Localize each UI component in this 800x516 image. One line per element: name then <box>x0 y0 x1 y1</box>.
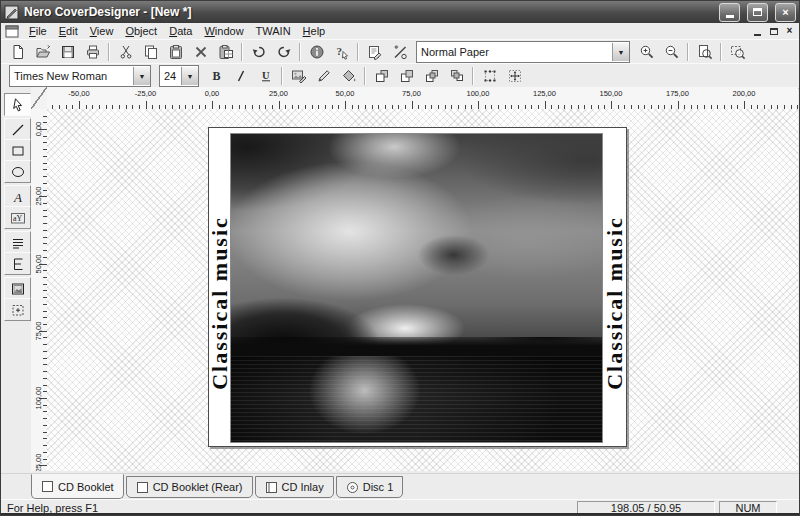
send-to-back-button[interactable] <box>394 64 419 88</box>
font-family-value: Times New Roman <box>10 70 133 82</box>
mdi-restore-button[interactable] <box>766 25 781 38</box>
tool-field[interactable] <box>4 252 31 275</box>
menu-view[interactable]: View <box>84 24 120 38</box>
bring-to-front-icon <box>374 68 390 84</box>
bring-forward-button[interactable] <box>419 64 444 88</box>
info-button[interactable] <box>304 40 329 64</box>
zoom-in-button[interactable] <box>634 40 659 64</box>
tab-disc-1[interactable]: Disc 1 <box>336 476 404 498</box>
app-icon[interactable] <box>4 5 19 20</box>
zoom-out-button[interactable] <box>659 40 684 64</box>
status-help-text: For Help, press F1 <box>1 502 577 514</box>
paste-button[interactable] <box>163 40 188 64</box>
context-help-button[interactable]: ? <box>329 40 354 64</box>
menu-help[interactable]: Help <box>297 24 332 38</box>
tool-artistic-text[interactable]: A <box>4 185 31 208</box>
menu-file[interactable]: File <box>23 24 53 38</box>
zoom-page-button[interactable] <box>692 40 717 64</box>
document-icon[interactable] <box>5 25 19 38</box>
cover-text-left[interactable]: Classical music <box>207 216 233 390</box>
selection-handles-button[interactable] <box>477 64 502 88</box>
tools-button[interactable] <box>387 40 412 64</box>
ruler-label: 50,00 <box>336 89 355 98</box>
tool-ellipse[interactable] <box>4 160 31 183</box>
tool-template[interactable] <box>4 298 31 321</box>
cover-page[interactable]: Classical music Classical music <box>208 127 627 447</box>
new-button[interactable] <box>5 40 30 64</box>
italic-button[interactable] <box>228 64 253 88</box>
ruler-label: 75,00 <box>402 89 421 98</box>
menu-data[interactable]: Data <box>163 24 198 38</box>
new-icon <box>10 44 26 60</box>
artistic-text-icon: A <box>10 189 26 205</box>
open-button[interactable] <box>30 40 55 64</box>
tool-select[interactable] <box>4 93 31 116</box>
fill-button[interactable] <box>336 64 361 88</box>
svg-text:aY: aY <box>13 214 23 223</box>
bold-button[interactable]: B <box>203 64 228 88</box>
menu-window[interactable]: Window <box>198 24 249 38</box>
paste-special-icon <box>218 44 234 60</box>
minimize-button[interactable] <box>719 3 740 22</box>
booklet-icon <box>41 480 54 493</box>
menu-edit[interactable]: Edit <box>53 24 84 38</box>
menu-twain[interactable]: TWAIN <box>250 24 297 38</box>
tool-rectangle[interactable] <box>4 139 31 162</box>
zoom-selection-button[interactable] <box>725 40 750 64</box>
ruler-label: 75,00 <box>34 321 43 340</box>
menu-object[interactable]: Object <box>119 24 163 38</box>
chevron-down-icon[interactable]: ▼ <box>181 67 198 85</box>
maximize-button[interactable] <box>747 3 768 22</box>
save-button[interactable] <box>55 40 80 64</box>
cover-image[interactable] <box>230 133 603 443</box>
tool-text-box[interactable]: aY <box>4 206 31 229</box>
send-backward-button[interactable] <box>444 64 469 88</box>
chevron-down-icon[interactable]: ▼ <box>133 67 150 85</box>
vertical-ruler: 0,0025,0050,0075,00100,00125,00 <box>31 109 48 471</box>
delete-icon <box>193 44 209 60</box>
paste-special-button[interactable] <box>213 40 238 64</box>
font-size-value: 24 <box>160 70 181 82</box>
tool-line[interactable] <box>4 118 31 141</box>
tab-cd-booklet[interactable]: CD Booklet <box>31 474 124 499</box>
print-button[interactable] <box>80 40 105 64</box>
bring-forward-icon <box>424 68 440 84</box>
template-icon <box>10 302 26 318</box>
toolbar-separator <box>364 67 366 85</box>
fit-selection-button[interactable] <box>502 64 527 88</box>
copy-button[interactable] <box>138 40 163 64</box>
tools-icon <box>392 44 408 60</box>
open-icon <box>35 44 51 60</box>
title-bar[interactable]: Nero CoverDesigner - [New *] × <box>1 1 799 23</box>
object-color-button[interactable] <box>286 64 311 88</box>
svg-text:A: A <box>13 189 22 204</box>
canvas-area[interactable]: Classical music Classical music <box>47 109 798 471</box>
mdi-minimize-button[interactable] <box>750 25 765 38</box>
tool-image[interactable] <box>4 277 31 300</box>
bring-to-front-button[interactable] <box>369 64 394 88</box>
mdi-close-button[interactable]: × <box>782 25 797 38</box>
underline-button[interactable]: U <box>253 64 278 88</box>
paper-format-select[interactable]: Normal Paper ▼ <box>416 41 630 63</box>
pen-button[interactable] <box>311 64 336 88</box>
tab-cd-inlay[interactable]: CD Inlay <box>255 476 334 498</box>
font-family-select[interactable]: Times New Roman ▼ <box>9 65 151 87</box>
delete-button[interactable] <box>188 40 213 64</box>
font-size-select[interactable]: 24 ▼ <box>159 65 199 87</box>
page-tabs: CD BookletCD Booklet (Rear)CD InlayDisc … <box>1 473 799 500</box>
paste-icon <box>168 44 184 60</box>
cover-text-right[interactable]: Classical music <box>602 216 628 390</box>
data-editor-button[interactable] <box>362 40 387 64</box>
ruler-label: 50,00 <box>34 254 43 273</box>
field-icon <box>10 256 26 272</box>
undo-button[interactable] <box>246 40 271 64</box>
tab-cd-booklet-rear[interactable]: CD Booklet (Rear) <box>126 476 253 498</box>
disc-icon <box>346 481 359 494</box>
redo-button[interactable] <box>271 40 296 64</box>
close-button[interactable]: × <box>775 3 796 22</box>
tool-track-list[interactable] <box>4 231 31 254</box>
cut-button[interactable] <box>113 40 138 64</box>
object-color-icon <box>291 68 307 84</box>
chevron-down-icon[interactable]: ▼ <box>612 43 629 61</box>
svg-text:U: U <box>262 70 270 81</box>
